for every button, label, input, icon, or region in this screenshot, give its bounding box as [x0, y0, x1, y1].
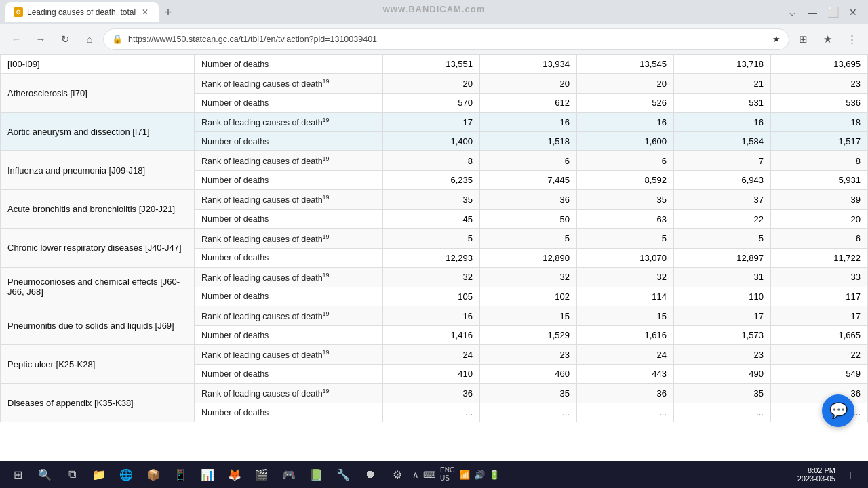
tab-favicon: ⚙	[14, 7, 23, 17]
cause-cell: Influenza and pneumonia [J09-J18]	[1, 151, 195, 190]
data-cell: 36	[576, 384, 673, 403]
data-cell: 1,665	[770, 326, 867, 345]
metric-label: Number of deaths	[194, 365, 382, 384]
data-cell: 6	[480, 151, 577, 171]
data-cell: 460	[480, 365, 577, 384]
data-cell: 13,545	[576, 55, 673, 74]
metric-label: Rank of leading causes of death19	[194, 151, 382, 171]
metric-label: Number of deaths	[194, 403, 382, 422]
forward-button[interactable]: →	[30, 28, 52, 50]
metric-label: Number of deaths	[194, 171, 382, 190]
data-cell: 1,584	[673, 132, 770, 151]
cause-cell: [I00-I09]	[1, 55, 195, 74]
data-cell: 7	[673, 151, 770, 171]
data-cell: 36	[480, 190, 577, 209]
task-view-button[interactable]: ⧉	[60, 462, 84, 487]
data-cell: 1,400	[383, 132, 480, 151]
data-cell: 16	[673, 113, 770, 132]
data-cell: 105	[383, 287, 480, 306]
data-cell: 50	[480, 209, 577, 228]
minimize-button[interactable]: —	[803, 3, 822, 22]
tab-close-button[interactable]: ✕	[140, 7, 151, 18]
data-cell: 526	[576, 94, 673, 113]
system-tray: ∧ ⌨ ENGUS 📶 🔊 🔋	[412, 466, 500, 483]
table-wrapper[interactable]: [I00-I09]Number of deaths13,55113,93413,…	[0, 54, 868, 461]
data-cell: 20	[770, 209, 867, 228]
taskbar-file-explorer[interactable]: 📁	[87, 462, 111, 487]
nav-bar: ← → ↻ ⌂ 🔒 https://www150.statcan.gc.ca/t…	[0, 24, 868, 54]
system-time: 8:02 PM 2023-03-05	[797, 466, 835, 483]
chat-fab-button[interactable]: 💬	[822, 394, 854, 427]
metric-label: Number of deaths	[194, 132, 382, 151]
tray-wifi: 📶	[459, 470, 470, 480]
data-cell: 1,600	[576, 132, 673, 151]
data-cell: 17	[673, 306, 770, 325]
taskbar-dropbox[interactable]: 📦	[141, 462, 165, 487]
data-cell: 15	[576, 306, 673, 325]
tray-speaker: 🔊	[474, 470, 485, 480]
data-cell: 8	[383, 151, 480, 171]
data-cell: 22	[673, 209, 770, 228]
address-bar[interactable]: 🔒 https://www150.statcan.gc.ca/t1/tbl1/e…	[103, 28, 789, 50]
metric-label: Rank of leading causes of death19	[194, 190, 382, 209]
data-cell: 1,573	[673, 326, 770, 345]
metric-label: Number of deaths	[194, 287, 382, 306]
search-button[interactable]: 🔍	[33, 462, 57, 487]
close-button[interactable]: ✕	[844, 3, 863, 22]
data-cell: 12,293	[383, 248, 480, 267]
metric-label: Rank of leading causes of death19	[194, 228, 382, 248]
chrome-down-button[interactable]: ⌵	[783, 3, 802, 22]
data-cell: 1,517	[770, 132, 867, 151]
security-icon: 🔒	[112, 34, 123, 44]
tray-keyboard: ⌨	[423, 470, 436, 480]
data-cell: ...	[673, 403, 770, 422]
metric-label: Number of deaths	[194, 209, 382, 228]
home-button[interactable]: ⌂	[79, 28, 100, 50]
taskbar-app1[interactable]: 📱	[168, 462, 193, 487]
data-cell: ...	[480, 403, 577, 422]
taskbar-app2[interactable]: 🎮	[277, 462, 301, 487]
metric-label: Rank of leading causes of death19	[194, 267, 382, 287]
data-cell: 549	[770, 365, 867, 384]
data-cell: 37	[673, 190, 770, 209]
data-cell: 490	[673, 365, 770, 384]
data-cell: 12,897	[673, 248, 770, 267]
back-button[interactable]: ←	[5, 28, 27, 50]
show-desktop-button[interactable]: |	[838, 462, 863, 487]
time-display: 8:02 PM	[797, 466, 835, 474]
cause-cell: Acute bronchitis and bronchiolitis [J20-…	[1, 190, 195, 228]
cause-cell: Pneumoconioses and chemical effects [J60…	[1, 267, 195, 306]
maximize-button[interactable]: ⬜	[823, 3, 842, 22]
tray-up-arrow[interactable]: ∧	[412, 470, 419, 480]
start-button[interactable]: ⊞	[5, 462, 30, 487]
taskbar-settings[interactable]: ⚙	[385, 462, 410, 487]
data-cell: 612	[480, 94, 577, 113]
taskbar-edge[interactable]: 🌐	[114, 462, 138, 487]
cause-cell: Aortic aneurysm and dissection [I71]	[1, 113, 195, 151]
extensions-button[interactable]: ⊞	[792, 28, 814, 50]
data-cell: 32	[480, 267, 577, 287]
data-cell: 7,445	[480, 171, 577, 190]
taskbar-firefox[interactable]: 🦊	[222, 462, 247, 487]
taskbar: ⊞ 🔍 ⧉ 📁 🌐 📦 📱 📊 🦊 🎬 🎮 📗 🔧 ⏺ ⚙ ∧ ⌨ ENGUS …	[0, 461, 868, 488]
profile-button[interactable]: ★	[816, 28, 838, 50]
browser-tab[interactable]: ⚙ Leading causes of death, total ✕	[5, 2, 159, 22]
data-cell: 22	[770, 345, 867, 365]
metric-label: Number of deaths	[194, 326, 382, 345]
taskbar-netflix[interactable]: 🎬	[250, 462, 274, 487]
url-text: https://www150.statcan.gc.ca/t1/tbl1/en/…	[128, 35, 767, 44]
deaths-table: [I00-I09]Number of deaths13,55113,93413,…	[0, 54, 868, 422]
new-tab-button[interactable]: +	[159, 3, 178, 22]
data-cell: 6,943	[673, 171, 770, 190]
reload-button[interactable]: ↻	[54, 28, 76, 50]
taskbar-app3[interactable]: 🔧	[331, 462, 355, 487]
metric-label: Rank of leading causes of death19	[194, 74, 382, 94]
menu-button[interactable]: ⋮	[841, 28, 863, 50]
taskbar-rec[interactable]: ⏺	[358, 462, 382, 487]
cause-cell: Pneumonitis due to solids and liquids [J…	[1, 306, 195, 344]
bookmark-icon[interactable]: ★	[772, 34, 781, 44]
taskbar-excel[interactable]: 📗	[304, 462, 328, 487]
taskbar-office[interactable]: 📊	[195, 462, 220, 487]
data-cell: 21	[673, 74, 770, 94]
metric-label: Rank of leading causes of death19	[194, 306, 382, 325]
